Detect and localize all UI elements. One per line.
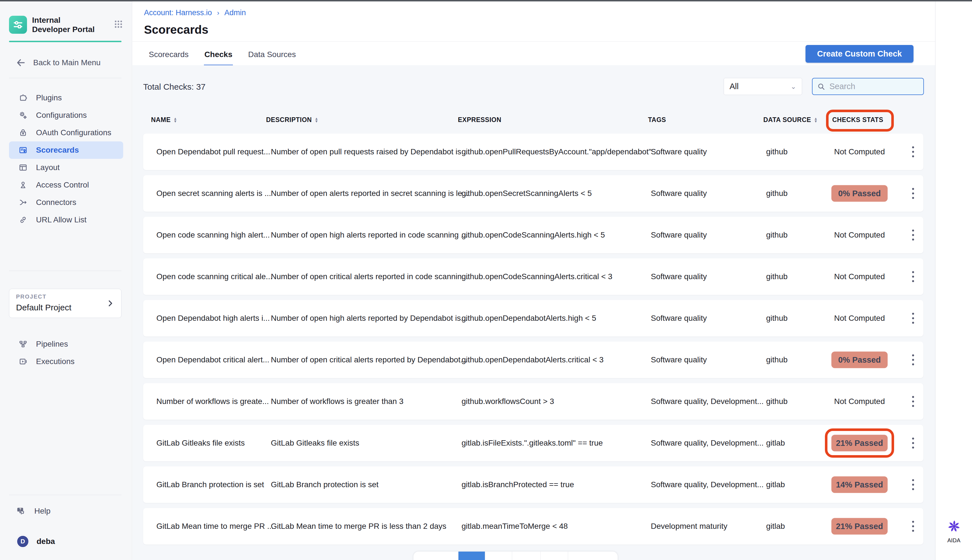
sidebar-item-executions[interactable]: Executions [9, 353, 123, 370]
breadcrumb-admin-link[interactable]: Admin [224, 8, 246, 17]
tab-scorecards[interactable]: Scorecards [148, 47, 189, 66]
check-description: Number of open pull requests raised by D… [271, 147, 470, 156]
row-kebab-menu[interactable] [910, 478, 916, 492]
sidebar-item-layout[interactable]: Layout [9, 159, 123, 176]
chevron-right-icon [106, 299, 114, 308]
check-tags: Development maturity [651, 522, 727, 531]
help-chat-icon: ? [16, 506, 27, 517]
svg-text:?: ? [19, 507, 21, 512]
row-kebab-menu[interactable] [910, 228, 916, 242]
check-description: GitLab Branch protection is set [271, 480, 379, 489]
pagination-page-1-active[interactable] [458, 552, 485, 560]
column-header-tags: TAGS [648, 116, 666, 124]
check-tags: Software quality [651, 314, 707, 323]
search-input[interactable] [829, 82, 914, 91]
check-tags: Software quality [651, 272, 707, 281]
page-title: Scorecards [144, 23, 209, 37]
row-kebab-menu[interactable] [910, 436, 916, 450]
table-row: Open secret scanning alerts is ...Number… [143, 175, 924, 212]
row-kebab-menu[interactable] [910, 270, 916, 284]
row-kebab-menu[interactable] [910, 394, 916, 409]
check-tags: Software quality [651, 355, 707, 364]
sidebar-item-connectors[interactable]: Connectors [9, 194, 123, 211]
check-stats: Not Computed [827, 397, 892, 406]
pipelines-icon [18, 340, 28, 348]
data-source-filter-select[interactable]: All ⌄ [724, 78, 802, 95]
pagination-page-2[interactable] [485, 552, 512, 560]
gears-icon [18, 111, 28, 120]
divider [9, 271, 122, 271]
divider [132, 41, 935, 42]
divider [9, 78, 122, 78]
user-menu[interactable]: D deba [16, 535, 55, 548]
sidebar-item-label: URL Allow List [36, 215, 86, 224]
arrow-left-icon [16, 58, 26, 68]
sidebar-item-plugins[interactable]: Plugins [9, 89, 123, 107]
create-custom-check-button[interactable]: Create Custom Check [805, 45, 914, 63]
column-header-data-source[interactable]: DATA SOURCE ▲▼ [763, 116, 818, 124]
column-header-name[interactable]: NAME ▲▼ [151, 116, 177, 124]
check-stats-badge: 14% Passed [827, 477, 892, 493]
kebab-icon [912, 271, 914, 282]
sidebar-item-label: Layout [36, 163, 60, 172]
check-tags: Software quality [651, 230, 707, 240]
sidebar-item-label: Configurations [36, 111, 87, 120]
table-row: Open Dependabot critical alert...Number … [143, 342, 924, 378]
pagination-prev-button[interactable] [413, 552, 458, 560]
chevron-down-icon: ⌄ [791, 83, 796, 90]
aida-assistant-button[interactable]: AIDA [935, 518, 972, 544]
sidebar-item-scorecards[interactable]: Scorecards [9, 142, 123, 159]
help-button[interactable]: ? Help [16, 506, 51, 517]
table-row: Open Dependabot pull request...Number of… [143, 133, 924, 170]
check-data-source: github [766, 397, 788, 406]
check-name: GitLab Branch protection is set [156, 480, 264, 489]
kebab-icon [912, 396, 914, 407]
sidebar-item-pipelines[interactable]: Pipelines [9, 335, 123, 353]
sidebar-item-label: Access Control [36, 180, 89, 190]
sidebar-item-label: OAuth Configurations [36, 128, 111, 137]
pagination-next-button[interactable] [568, 552, 618, 560]
check-description: Number of open high alerts reported in c… [271, 230, 468, 240]
connectors-icon [18, 198, 28, 207]
project-selector[interactable]: PROJECT Default Project [9, 289, 122, 318]
lock-icon [18, 128, 28, 137]
kebab-icon [912, 147, 914, 157]
sidebar-item-label: Scorecards [36, 146, 79, 155]
pagination [413, 552, 618, 560]
sidebar-item-url-allow-list[interactable]: URL Allow List [9, 211, 123, 228]
pagination-page-4[interactable] [541, 552, 568, 560]
check-data-source: github [766, 314, 788, 323]
back-to-main-menu[interactable]: Back to Main Menu [16, 58, 101, 68]
row-kebab-menu[interactable] [910, 145, 916, 159]
check-tags: Software quality, Development... [651, 397, 763, 406]
table-row: Number of workflows is greate...Number o… [143, 383, 924, 420]
total-checks-label: Total Checks: 37 [143, 82, 205, 92]
check-expression: gitlab.meanTimeToMerge < 48 [461, 522, 568, 531]
column-header-description[interactable]: DESCRIPTION ▲▼ [266, 116, 318, 124]
check-expression: github.openDependabotAlerts.high < 5 [461, 314, 596, 323]
row-kebab-menu[interactable] [910, 353, 916, 367]
check-tags: Software quality, Development... [651, 480, 763, 489]
check-data-source: github [766, 189, 788, 198]
divider [9, 495, 122, 495]
sidebar-item-oauth-configurations[interactable]: OAuth Configurations [9, 124, 123, 142]
tab-data-sources[interactable]: Data Sources [247, 47, 296, 66]
check-description: Number of open alerts reported in secret… [271, 189, 469, 198]
check-stats-badge: 21% Passed [827, 518, 892, 535]
pagination-page-3[interactable] [512, 552, 541, 560]
row-kebab-menu[interactable] [910, 311, 916, 325]
table-row: Open code scanning critical ale...Number… [143, 258, 924, 295]
sidebar-item-configurations[interactable]: Configurations [9, 107, 123, 124]
sidebar-item-access-control[interactable]: Access Control [9, 176, 123, 194]
aida-label: AIDA [947, 537, 960, 544]
check-stats: Not Computed [827, 147, 892, 156]
breadcrumb-account-link[interactable]: Account: Harness.io [144, 8, 212, 17]
app-title: Internal Developer Portal [32, 15, 97, 34]
row-kebab-menu[interactable] [910, 187, 916, 201]
tab-checks[interactable]: Checks [204, 47, 233, 66]
app-switcher-grid-icon[interactable] [114, 19, 123, 30]
sidebar-item-label: Plugins [36, 93, 62, 102]
row-kebab-menu[interactable] [910, 519, 916, 533]
check-expression: gitlab.isFileExists.".gitleaks.toml" == … [461, 438, 603, 448]
column-header-expression: EXPRESSION [458, 116, 501, 124]
